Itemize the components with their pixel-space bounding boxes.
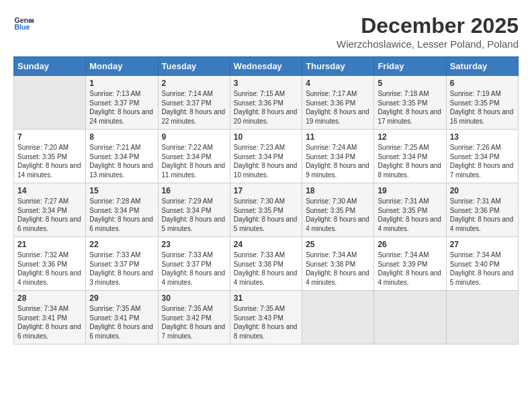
calendar-cell: 12Sunrise: 7:25 AMSunset: 3:34 PMDayligh… xyxy=(374,130,446,183)
calendar-cell: 13Sunrise: 7:26 AMSunset: 3:34 PMDayligh… xyxy=(446,130,518,183)
day-number: 12 xyxy=(378,132,442,142)
day-info: Sunrise: 7:33 AMSunset: 3:37 PMDaylight:… xyxy=(89,250,154,287)
calendar-cell: 16Sunrise: 7:29 AMSunset: 3:34 PMDayligh… xyxy=(158,183,230,237)
day-number: 7 xyxy=(17,132,82,142)
day-number: 14 xyxy=(17,186,82,195)
day-info: Sunrise: 7:32 AMSunset: 3:36 PMDaylight:… xyxy=(17,250,82,287)
logo-icon: General Blue xyxy=(13,13,34,34)
calendar-cell: 2Sunrise: 7:14 AMSunset: 3:37 PMDaylight… xyxy=(158,76,230,130)
day-number: 9 xyxy=(162,132,226,142)
calendar-table: SundayMondayTuesdayWednesdayThursdayFrid… xyxy=(13,56,519,345)
day-number: 3 xyxy=(234,79,298,88)
calendar-cell: 30Sunrise: 7:35 AMSunset: 3:42 PMDayligh… xyxy=(158,291,230,345)
svg-text:Blue: Blue xyxy=(15,23,30,31)
weekday-header-thursday: Thursday xyxy=(302,57,374,76)
day-info: Sunrise: 7:33 AMSunset: 3:37 PMDaylight:… xyxy=(162,250,226,287)
day-number: 10 xyxy=(234,132,298,142)
calendar-week-row: 7Sunrise: 7:20 AMSunset: 3:35 PMDaylight… xyxy=(14,130,519,183)
calendar-cell: 1Sunrise: 7:13 AMSunset: 3:37 PMDaylight… xyxy=(86,76,158,130)
day-info: Sunrise: 7:34 AMSunset: 3:41 PMDaylight:… xyxy=(17,304,82,340)
calendar-cell: 26Sunrise: 7:34 AMSunset: 3:39 PMDayligh… xyxy=(374,237,446,291)
day-info: Sunrise: 7:35 AMSunset: 3:43 PMDaylight:… xyxy=(234,304,298,340)
day-number: 19 xyxy=(378,186,442,195)
day-info: Sunrise: 7:14 AMSunset: 3:37 PMDaylight:… xyxy=(162,89,226,126)
calendar-cell: 19Sunrise: 7:31 AMSunset: 3:35 PMDayligh… xyxy=(374,183,446,237)
day-info: Sunrise: 7:31 AMSunset: 3:36 PMDaylight:… xyxy=(450,197,515,233)
calendar-cell: 6Sunrise: 7:19 AMSunset: 3:35 PMDaylight… xyxy=(446,76,518,130)
calendar-cell xyxy=(302,291,374,345)
calendar-cell: 9Sunrise: 7:22 AMSunset: 3:34 PMDaylight… xyxy=(158,130,230,183)
day-info: Sunrise: 7:28 AMSunset: 3:34 PMDaylight:… xyxy=(89,197,154,233)
month-title: December 2025 xyxy=(337,13,519,38)
day-info: Sunrise: 7:23 AMSunset: 3:34 PMDaylight:… xyxy=(234,143,298,179)
day-number: 26 xyxy=(378,240,442,249)
day-number: 6 xyxy=(450,79,515,88)
day-info: Sunrise: 7:34 AMSunset: 3:39 PMDaylight:… xyxy=(378,250,442,287)
day-info: Sunrise: 7:24 AMSunset: 3:34 PMDaylight:… xyxy=(306,143,370,179)
calendar-cell: 8Sunrise: 7:21 AMSunset: 3:34 PMDaylight… xyxy=(86,130,158,183)
calendar-cell: 27Sunrise: 7:34 AMSunset: 3:40 PMDayligh… xyxy=(446,237,518,291)
title-block: December 2025 Wierzchoslawice, Lesser Po… xyxy=(337,13,519,50)
day-info: Sunrise: 7:21 AMSunset: 3:34 PMDaylight:… xyxy=(89,143,154,179)
calendar-cell: 18Sunrise: 7:30 AMSunset: 3:35 PMDayligh… xyxy=(302,183,374,237)
calendar-cell: 25Sunrise: 7:34 AMSunset: 3:38 PMDayligh… xyxy=(302,237,374,291)
day-info: Sunrise: 7:35 AMSunset: 3:42 PMDaylight:… xyxy=(162,304,226,340)
day-info: Sunrise: 7:22 AMSunset: 3:34 PMDaylight:… xyxy=(162,143,226,179)
calendar-week-row: 28Sunrise: 7:34 AMSunset: 3:41 PMDayligh… xyxy=(14,291,519,345)
day-info: Sunrise: 7:34 AMSunset: 3:38 PMDaylight:… xyxy=(306,250,370,287)
day-info: Sunrise: 7:19 AMSunset: 3:35 PMDaylight:… xyxy=(450,89,515,126)
day-info: Sunrise: 7:33 AMSunset: 3:38 PMDaylight:… xyxy=(234,250,298,287)
weekday-header-tuesday: Tuesday xyxy=(158,57,230,76)
day-number: 24 xyxy=(234,240,298,249)
weekday-header-sunday: Sunday xyxy=(14,57,86,76)
day-number: 8 xyxy=(89,132,154,142)
location-title: Wierzchoslawice, Lesser Poland, Poland xyxy=(337,38,519,50)
calendar-cell: 31Sunrise: 7:35 AMSunset: 3:43 PMDayligh… xyxy=(230,291,302,345)
day-number: 13 xyxy=(450,132,515,142)
calendar-week-row: 1Sunrise: 7:13 AMSunset: 3:37 PMDaylight… xyxy=(14,76,519,130)
day-number: 23 xyxy=(162,240,226,249)
day-number: 16 xyxy=(162,186,226,195)
day-number: 25 xyxy=(306,240,370,249)
day-info: Sunrise: 7:26 AMSunset: 3:34 PMDaylight:… xyxy=(450,143,515,179)
calendar-cell: 3Sunrise: 7:15 AMSunset: 3:36 PMDaylight… xyxy=(230,76,302,130)
day-info: Sunrise: 7:27 AMSunset: 3:34 PMDaylight:… xyxy=(17,197,82,233)
day-number: 20 xyxy=(450,186,515,195)
day-number: 30 xyxy=(162,293,226,303)
weekday-header-saturday: Saturday xyxy=(446,57,518,76)
day-info: Sunrise: 7:29 AMSunset: 3:34 PMDaylight:… xyxy=(162,197,226,233)
calendar-cell: 20Sunrise: 7:31 AMSunset: 3:36 PMDayligh… xyxy=(446,183,518,237)
day-info: Sunrise: 7:13 AMSunset: 3:37 PMDaylight:… xyxy=(89,89,154,126)
calendar-cell: 29Sunrise: 7:35 AMSunset: 3:41 PMDayligh… xyxy=(86,291,158,345)
day-info: Sunrise: 7:17 AMSunset: 3:36 PMDaylight:… xyxy=(306,89,370,126)
calendar-cell: 14Sunrise: 7:27 AMSunset: 3:34 PMDayligh… xyxy=(14,183,86,237)
day-number: 17 xyxy=(234,186,298,195)
day-info: Sunrise: 7:20 AMSunset: 3:35 PMDaylight:… xyxy=(17,143,82,179)
day-number: 21 xyxy=(17,240,82,249)
day-number: 11 xyxy=(306,132,370,142)
day-number: 18 xyxy=(306,186,370,195)
calendar-cell xyxy=(446,291,518,345)
day-number: 22 xyxy=(89,240,154,249)
day-number: 15 xyxy=(89,186,154,195)
day-info: Sunrise: 7:18 AMSunset: 3:35 PMDaylight:… xyxy=(378,89,442,126)
calendar-cell: 4Sunrise: 7:17 AMSunset: 3:36 PMDaylight… xyxy=(302,76,374,130)
weekday-header-wednesday: Wednesday xyxy=(230,57,302,76)
day-number: 31 xyxy=(234,293,298,303)
day-number: 29 xyxy=(89,293,154,303)
calendar-cell: 28Sunrise: 7:34 AMSunset: 3:41 PMDayligh… xyxy=(14,291,86,345)
day-number: 28 xyxy=(17,293,82,303)
day-number: 1 xyxy=(89,79,154,88)
calendar-cell xyxy=(374,291,446,345)
calendar-cell: 7Sunrise: 7:20 AMSunset: 3:35 PMDaylight… xyxy=(14,130,86,183)
weekday-header-friday: Friday xyxy=(374,57,446,76)
logo: General Blue xyxy=(13,13,34,34)
day-info: Sunrise: 7:30 AMSunset: 3:35 PMDaylight:… xyxy=(234,197,298,233)
day-info: Sunrise: 7:35 AMSunset: 3:41 PMDaylight:… xyxy=(89,304,154,340)
calendar-cell: 5Sunrise: 7:18 AMSunset: 3:35 PMDaylight… xyxy=(374,76,446,130)
day-number: 4 xyxy=(306,79,370,88)
day-info: Sunrise: 7:15 AMSunset: 3:36 PMDaylight:… xyxy=(234,89,298,126)
day-info: Sunrise: 7:30 AMSunset: 3:35 PMDaylight:… xyxy=(306,197,370,233)
weekday-header-row: SundayMondayTuesdayWednesdayThursdayFrid… xyxy=(14,57,519,76)
page-header: General Blue December 2025 Wierzchoslawi… xyxy=(13,13,519,50)
